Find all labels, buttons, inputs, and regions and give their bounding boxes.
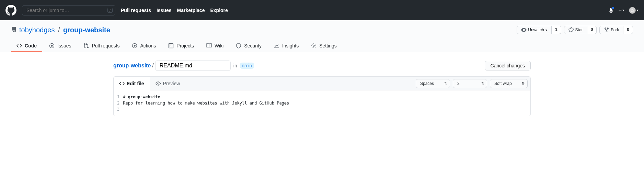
preview-tab[interactable]: Preview: [150, 77, 186, 90]
indent-size-select[interactable]: 2 ⇅: [453, 79, 487, 88]
search-input[interactable]: [22, 5, 115, 15]
editor-tabs: Edit file Preview Spaces ⇅ 2 ⇅ Soft wrap…: [114, 77, 530, 90]
search-wrap: /: [22, 5, 115, 15]
graph-icon: [274, 43, 279, 48]
tab-issues-label: Issues: [57, 43, 71, 48]
repo-title: tobyhodges / group-website: [19, 26, 110, 34]
main-container: group-website / in main Cancel changes E…: [102, 52, 542, 124]
indent-mode-select[interactable]: Spaces ⇅: [416, 79, 450, 88]
owner-link[interactable]: tobyhodges: [19, 26, 55, 34]
plus-icon: +: [619, 7, 622, 13]
eye-icon: [156, 81, 161, 86]
code-icon: [16, 43, 22, 48]
user-menu[interactable]: ☺▾: [629, 7, 639, 14]
filename-input[interactable]: [155, 61, 231, 71]
repo-link[interactable]: group-website: [63, 26, 110, 34]
repo-title-row: tobyhodges / group-website Unwatch ▾ 1 S…: [11, 26, 633, 34]
line-number: 2: [117, 100, 119, 106]
unwatch-button[interactable]: Unwatch ▾: [517, 26, 552, 34]
editor-box: Edit file Preview Spaces ⇅ 2 ⇅ Soft wrap…: [113, 76, 531, 116]
in-text: in: [233, 63, 237, 68]
tab-pulls[interactable]: Pull requests: [78, 40, 125, 52]
edit-file-tab[interactable]: Edit file: [113, 77, 150, 90]
slash: /: [56, 26, 62, 34]
star-icon: [568, 27, 574, 33]
select-caret-icon: ⇅: [481, 82, 484, 85]
tab-insights-label: Insights: [282, 43, 299, 48]
caret-down-icon: ▾: [622, 8, 624, 12]
indent-size-value: 2: [457, 81, 460, 86]
eye-icon: [521, 27, 527, 33]
tab-wiki-label: Wiki: [215, 43, 223, 48]
fork-count[interactable]: 0: [623, 26, 633, 34]
tab-settings[interactable]: Settings: [306, 40, 342, 52]
nav-pull-requests[interactable]: Pull requests: [121, 8, 151, 13]
unwatch-label: Unwatch: [528, 28, 544, 32]
wrap-mode-value: Soft wrap: [494, 81, 512, 86]
tab-security-label: Security: [244, 43, 262, 48]
tab-actions-label: Actions: [140, 43, 156, 48]
code-line: Repo for learning how to make websites w…: [123, 100, 289, 106]
repo-actions: Unwatch ▾ 1 Star 0 Fork 0: [517, 26, 633, 34]
watch-count[interactable]: 1: [552, 26, 561, 34]
tab-projects-label: Projects: [176, 43, 194, 48]
branch-badge[interactable]: main: [240, 63, 254, 69]
play-icon: [132, 43, 137, 48]
tab-actions[interactable]: Actions: [126, 40, 161, 52]
nav-explore[interactable]: Explore: [210, 8, 228, 13]
tab-security[interactable]: Security: [230, 40, 267, 52]
tab-settings-label: Settings: [319, 43, 337, 48]
avatar: ☺: [629, 7, 636, 14]
wrap-mode-select[interactable]: Soft wrap ⇅: [490, 79, 528, 88]
fork-button[interactable]: Fork: [599, 26, 623, 34]
project-icon: [168, 43, 174, 48]
tab-code-label: Code: [25, 43, 37, 48]
star-group: Star 0: [564, 26, 597, 34]
create-new-dropdown[interactable]: +▾: [619, 7, 624, 13]
tab-wiki[interactable]: Wiki: [201, 40, 229, 52]
fork-label: Fork: [611, 28, 619, 32]
star-label: Star: [575, 28, 583, 32]
header-right: +▾ ☺▾: [608, 7, 639, 14]
repo-icon: [11, 27, 16, 33]
tab-issues[interactable]: Issues: [44, 40, 77, 52]
breadcrumb-slash: /: [152, 63, 153, 69]
code-icon: [119, 81, 125, 86]
slash-key-hint: /: [107, 8, 113, 13]
breadcrumb-root[interactable]: group-website: [113, 63, 151, 69]
caret-down-icon: ▾: [545, 28, 547, 32]
tab-code[interactable]: Code: [11, 40, 42, 52]
watch-group: Unwatch ▾ 1: [517, 26, 561, 34]
notification-dot: [611, 6, 615, 10]
github-logo[interactable]: [5, 5, 16, 16]
tab-pulls-label: Pull requests: [92, 43, 119, 48]
select-caret-icon: ⇅: [444, 82, 447, 85]
repo-head: tobyhodges / group-website Unwatch ▾ 1 S…: [0, 20, 644, 52]
line-number: 3: [117, 106, 119, 112]
nav-issues[interactable]: Issues: [157, 8, 172, 13]
cancel-changes-button[interactable]: Cancel changes: [485, 61, 531, 70]
book-icon: [206, 43, 212, 48]
shield-icon: [236, 43, 241, 48]
global-header: / Pull requests Issues Marketplace Explo…: [0, 0, 644, 20]
line-number: 1: [117, 94, 119, 100]
nav-marketplace[interactable]: Marketplace: [177, 8, 205, 13]
caret-down-icon: ▾: [637, 8, 639, 12]
star-button[interactable]: Star: [564, 26, 587, 34]
code-line: # group-website: [123, 94, 289, 100]
notifications-button[interactable]: [608, 7, 614, 13]
svg-point-1: [51, 45, 53, 46]
svg-point-7: [313, 45, 314, 46]
preview-tab-label: Preview: [163, 81, 180, 86]
select-caret-icon: ⇅: [522, 82, 525, 85]
code-editor[interactable]: 1 2 3 # group-website Repo for learning …: [114, 90, 530, 116]
fork-icon: [604, 27, 609, 33]
edit-tab-label: Edit file: [127, 81, 144, 86]
star-count[interactable]: 0: [587, 26, 597, 34]
fork-group: Fork 0: [599, 26, 633, 34]
repo-nav: Code Issues Pull requests Actions Projec…: [11, 40, 633, 52]
gear-icon: [311, 43, 317, 48]
tab-insights[interactable]: Insights: [268, 40, 304, 52]
tab-projects[interactable]: Projects: [163, 40, 199, 52]
pull-request-icon: [83, 43, 89, 48]
